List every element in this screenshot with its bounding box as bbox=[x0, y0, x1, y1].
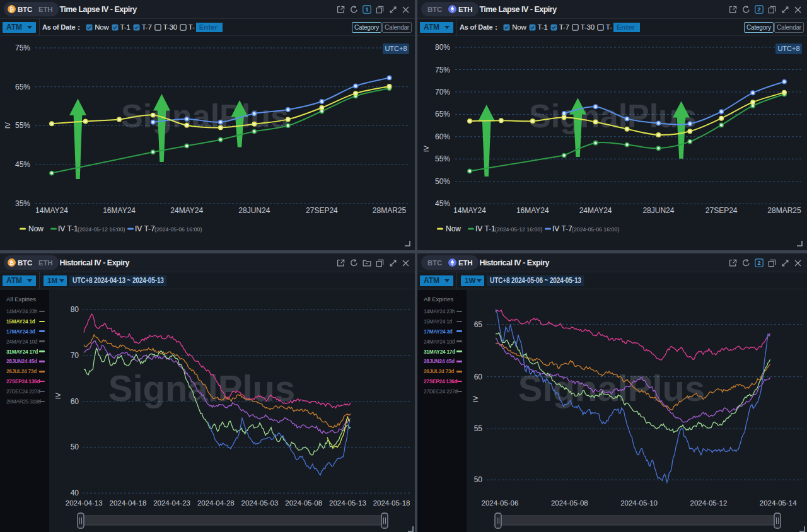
svg-text:70: 70 bbox=[71, 351, 79, 360]
svg-text:UTC+8: UTC+8 bbox=[777, 45, 799, 52]
svg-text:55%: 55% bbox=[435, 154, 450, 163]
svg-text:65: 65 bbox=[474, 320, 483, 329]
svg-text:IV T-7: IV T-7 bbox=[135, 224, 155, 233]
svg-text:SignalPlus: SignalPlus bbox=[121, 98, 289, 134]
svg-text:2024-05-06: 2024-05-06 bbox=[482, 499, 519, 507]
svg-text:2024-04-28: 2024-04-28 bbox=[197, 499, 235, 507]
svg-text:28MAR25: 28MAR25 bbox=[373, 206, 407, 215]
svg-text:45%: 45% bbox=[15, 160, 30, 169]
svg-text:50%: 50% bbox=[435, 177, 450, 186]
svg-text:50: 50 bbox=[474, 475, 483, 484]
svg-text:IV: IV bbox=[422, 145, 430, 152]
svg-text:Now: Now bbox=[28, 224, 44, 233]
svg-text:IV T-1: IV T-1 bbox=[475, 224, 496, 233]
svg-text:SignalPlus: SignalPlus bbox=[529, 98, 697, 134]
svg-text:14MAY24: 14MAY24 bbox=[35, 206, 68, 215]
svg-text:55: 55 bbox=[474, 424, 483, 433]
svg-text:IV T-1: IV T-1 bbox=[58, 224, 78, 233]
svg-text:27SEP24: 27SEP24 bbox=[306, 206, 338, 215]
svg-text:35%: 35% bbox=[15, 199, 30, 208]
svg-text:14MAY24: 14MAY24 bbox=[453, 206, 486, 215]
svg-text:24MAY24: 24MAY24 bbox=[579, 206, 612, 215]
svg-text:16MAY24: 16MAY24 bbox=[103, 206, 136, 215]
svg-text:2: 2 bbox=[757, 6, 760, 13]
svg-text:₿: ₿ bbox=[9, 6, 14, 13]
svg-text:50: 50 bbox=[71, 442, 79, 451]
svg-text:2024-05-08: 2024-05-08 bbox=[551, 499, 588, 507]
svg-text:₿: ₿ bbox=[9, 260, 14, 266]
svg-text:IV T-7: IV T-7 bbox=[552, 224, 572, 233]
svg-text:1: 1 bbox=[365, 6, 368, 13]
svg-text:Now: Now bbox=[446, 224, 461, 233]
svg-text:60: 60 bbox=[71, 397, 79, 406]
svg-text:2: 2 bbox=[757, 260, 760, 266]
svg-text:(2024-05-06 16:00): (2024-05-06 16:00) bbox=[154, 226, 202, 233]
svg-text:2024-04-13: 2024-04-13 bbox=[66, 499, 103, 507]
svg-text:2024-04-23: 2024-04-23 bbox=[153, 499, 190, 507]
svg-text:2024-05-18: 2024-05-18 bbox=[373, 499, 410, 507]
svg-text:(2024-05-12 16:00): (2024-05-12 16:00) bbox=[78, 226, 125, 233]
svg-text:2024-05-08: 2024-05-08 bbox=[285, 499, 322, 507]
svg-text:2024-05-03: 2024-05-03 bbox=[241, 499, 279, 507]
svg-text:2024-05-13: 2024-05-13 bbox=[329, 499, 366, 507]
svg-text:75%: 75% bbox=[435, 66, 450, 74]
svg-text:UTC+8: UTC+8 bbox=[385, 45, 407, 52]
svg-text:75%: 75% bbox=[15, 43, 30, 52]
svg-text:2024-05-10: 2024-05-10 bbox=[620, 499, 658, 507]
svg-text:24MAY24: 24MAY24 bbox=[170, 206, 203, 215]
svg-text:IV: IV bbox=[54, 392, 62, 399]
svg-text:40: 40 bbox=[71, 489, 79, 497]
svg-text:65%: 65% bbox=[15, 83, 30, 91]
svg-text:27SEP24: 27SEP24 bbox=[705, 206, 738, 215]
svg-text:80: 80 bbox=[71, 305, 79, 314]
svg-text:2024-05-12: 2024-05-12 bbox=[690, 499, 727, 507]
svg-text:60: 60 bbox=[474, 373, 483, 381]
svg-text:60%: 60% bbox=[435, 132, 450, 141]
svg-text:(2024-05-06 16:00): (2024-05-06 16:00) bbox=[572, 226, 619, 233]
svg-text:SignalPlus: SignalPlus bbox=[108, 367, 296, 408]
svg-text:28JUN24: 28JUN24 bbox=[642, 206, 674, 215]
svg-text:65%: 65% bbox=[435, 110, 450, 119]
svg-text:2024-04-18: 2024-04-18 bbox=[109, 499, 146, 507]
svg-text:IV: IV bbox=[472, 395, 479, 402]
svg-text:55%: 55% bbox=[15, 121, 30, 130]
svg-text:IV: IV bbox=[4, 122, 11, 129]
svg-text:70%: 70% bbox=[435, 88, 450, 96]
svg-text:2024-05-14: 2024-05-14 bbox=[760, 499, 797, 507]
svg-text:28JUN24: 28JUN24 bbox=[238, 206, 270, 215]
svg-text:28MAR25: 28MAR25 bbox=[767, 206, 801, 215]
svg-text:16MAY24: 16MAY24 bbox=[516, 206, 549, 215]
svg-text:80%: 80% bbox=[435, 43, 450, 52]
svg-text:(2024-05-12 16:00): (2024-05-12 16:00) bbox=[495, 226, 542, 233]
svg-text:45%: 45% bbox=[435, 199, 450, 208]
